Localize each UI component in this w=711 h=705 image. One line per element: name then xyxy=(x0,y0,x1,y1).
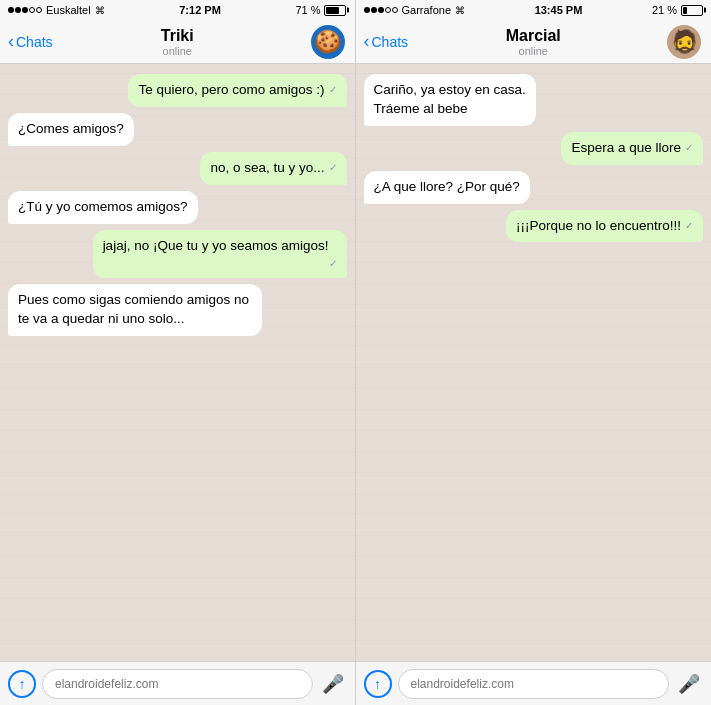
back-label[interactable]: Chats xyxy=(16,34,53,50)
chevron-left-icon: ‹ xyxy=(364,32,370,50)
message-row: Cariño, ya estoy en casa.Tráeme al bebe xyxy=(364,74,704,126)
time-label: 7:12 PM xyxy=(179,4,221,16)
message-row: ¡¡¡Porque no lo encuentro!!!✓ xyxy=(364,210,704,243)
sent-bubble: Te quiero, pero como amigos :)✓ xyxy=(128,74,346,107)
mic-icon: 🎤 xyxy=(678,673,700,695)
contact-name: Triki xyxy=(161,27,194,45)
bubble-text: ¡¡¡Porque no lo encuentro!!! xyxy=(516,218,681,233)
mic-button[interactable]: 🎤 xyxy=(319,670,347,698)
panel-left: Euskaltel ⌘ 7:12 PM 71 % ‹ Chats Triki o… xyxy=(0,0,356,705)
message-input[interactable] xyxy=(398,669,670,699)
contact-name: Marcial xyxy=(506,27,561,45)
received-bubble: ¿Comes amigos? xyxy=(8,113,134,146)
contact-status: online xyxy=(519,45,548,57)
bubble-text: Te quiero, pero como amigos :) xyxy=(138,82,324,97)
sent-bubble: no, o sea, tu y yo...✓ xyxy=(200,152,346,185)
bubble-text: Espera a que llore xyxy=(571,140,681,155)
message-row: no, o sea, tu y yo...✓ xyxy=(8,152,347,185)
time-label: 13:45 PM xyxy=(535,4,583,16)
sent-bubble: Espera a que llore✓ xyxy=(561,132,703,165)
input-bar: ↑ 🎤 xyxy=(0,661,355,705)
message-row: Espera a que llore✓ xyxy=(364,132,704,165)
chevron-left-icon: ‹ xyxy=(8,32,14,50)
received-bubble: ¿A que llore? ¿Por qué? xyxy=(364,171,530,204)
message-row: Te quiero, pero como amigos :)✓ xyxy=(8,74,347,107)
message-row: jajaj, no ¡Que tu y yo seamos amigos!✓ xyxy=(8,230,347,279)
nav-bar: ‹ Chats Triki online 🍪 xyxy=(0,20,355,64)
status-right: 71 % xyxy=(295,4,346,16)
status-bar: Euskaltel ⌘ 7:12 PM 71 % xyxy=(0,0,355,20)
chat-area: Te quiero, pero como amigos :)✓¿Comes am… xyxy=(0,64,355,661)
message-checkmark: ✓ xyxy=(685,141,693,155)
upload-button[interactable]: ↑ xyxy=(364,670,392,698)
bubble-text: ¿A que llore? ¿Por qué? xyxy=(374,179,520,194)
chat-area: Cariño, ya estoy en casa.Tráeme al bebeE… xyxy=(356,64,712,661)
status-right: 21 % xyxy=(652,4,703,16)
back-button[interactable]: ‹ Chats xyxy=(364,33,409,50)
bubble-text: ¿Tú y yo comemos amigos? xyxy=(18,199,188,214)
nav-title-block: Triki online xyxy=(161,27,194,57)
bubble-text: Pues como sigas comiendo amigos no te va… xyxy=(18,292,249,326)
back-button[interactable]: ‹ Chats xyxy=(8,33,53,50)
status-left: Euskaltel ⌘ xyxy=(8,4,105,16)
upload-icon: ↑ xyxy=(374,676,381,692)
battery-icon xyxy=(681,5,703,16)
mic-button[interactable]: 🎤 xyxy=(675,670,703,698)
input-bar: ↑ 🎤 xyxy=(356,661,712,705)
sent-bubble: ¡¡¡Porque no lo encuentro!!!✓ xyxy=(506,210,703,243)
message-input[interactable] xyxy=(42,669,313,699)
battery-fill xyxy=(683,7,687,14)
message-row: Pues como sigas comiendo amigos no te va… xyxy=(8,284,347,336)
message-checkmark: ✓ xyxy=(329,161,337,175)
bubble-text: jajaj, no ¡Que tu y yo seamos amigos! xyxy=(103,238,329,253)
battery-icon xyxy=(324,5,346,16)
battery-percentage: 71 % xyxy=(295,4,320,16)
mic-icon: 🎤 xyxy=(322,673,344,695)
carrier-label: Garrafone xyxy=(402,4,452,16)
message-row: ¿Tú y yo comemos amigos? xyxy=(8,191,347,224)
wifi-icon: ⌘ xyxy=(95,5,105,16)
received-bubble: Cariño, ya estoy en casa.Tráeme al bebe xyxy=(364,74,536,126)
status-bar: Garrafone ⌘ 13:45 PM 21 % xyxy=(356,0,712,20)
panel-right: Garrafone ⌘ 13:45 PM 21 % ‹ Chats Marcia… xyxy=(356,0,712,705)
nav-title-block: Marcial online xyxy=(506,27,561,57)
signal-icon xyxy=(364,7,398,13)
nav-bar: ‹ Chats Marcial online 🧔 xyxy=(356,20,712,64)
message-checkmark: ✓ xyxy=(685,219,693,233)
upload-button[interactable]: ↑ xyxy=(8,670,36,698)
received-bubble: ¿Tú y yo comemos amigos? xyxy=(8,191,198,224)
upload-icon: ↑ xyxy=(19,676,26,692)
carrier-label: Euskaltel xyxy=(46,4,91,16)
wifi-icon: ⌘ xyxy=(455,5,465,16)
battery-percentage: 21 % xyxy=(652,4,677,16)
message-row: ¿Comes amigos? xyxy=(8,113,347,146)
message-checkmark: ✓ xyxy=(329,83,337,97)
back-label[interactable]: Chats xyxy=(372,34,409,50)
sent-bubble: jajaj, no ¡Que tu y yo seamos amigos!✓ xyxy=(93,230,347,279)
bubble-text: no, o sea, tu y yo... xyxy=(210,160,324,175)
contact-avatar[interactable]: 🍪 xyxy=(311,25,345,59)
contact-status: online xyxy=(163,45,192,57)
message-row: ¿A que llore? ¿Por qué? xyxy=(364,171,704,204)
bubble-text: Cariño, ya estoy en casa.Tráeme al bebe xyxy=(374,82,526,116)
message-checkmark: ✓ xyxy=(329,257,337,271)
battery-fill xyxy=(326,7,339,14)
status-left: Garrafone ⌘ xyxy=(364,4,466,16)
contact-avatar[interactable]: 🧔 xyxy=(667,25,701,59)
received-bubble: Pues como sigas comiendo amigos no te va… xyxy=(8,284,262,336)
signal-icon xyxy=(8,7,42,13)
bubble-text: ¿Comes amigos? xyxy=(18,121,124,136)
